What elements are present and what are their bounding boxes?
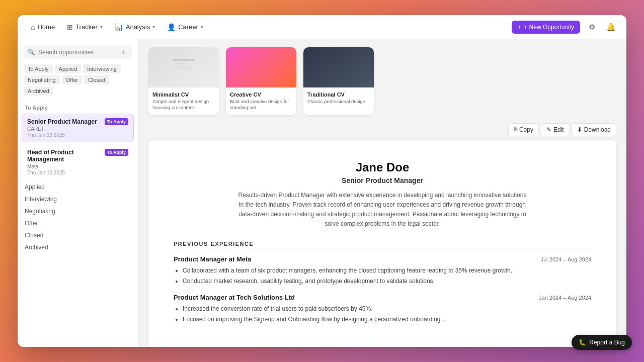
main-layout: 🔍 + To Apply Applied Interviewing Negoti… xyxy=(18,39,626,347)
nav-career-label: Career xyxy=(178,23,198,31)
tracker-icon: ⊞ xyxy=(67,23,73,31)
nav-home[interactable]: ⌂ Home xyxy=(26,21,60,34)
status-badge-senior-pm: To Apply xyxy=(105,118,129,125)
cv-card-body-creative: Creative CV Bold and creative design for… xyxy=(226,87,296,115)
nav-career[interactable]: 👤 Career ▾ xyxy=(162,21,208,34)
cv-card-minimalist[interactable]: Minimalist CV Simple and elegant design … xyxy=(148,47,219,115)
cv-selector: Minimalist CV Simple and elegant design … xyxy=(138,39,626,123)
exp-bullets-meta: Collaborated with a team of six product … xyxy=(174,266,591,286)
nav-analysis-label: Analysis xyxy=(126,23,150,31)
status-badge-head-pm: To Apply xyxy=(105,149,129,156)
cv-thumbnail-minimalist xyxy=(148,47,219,87)
exp-header-techsolutions: Product Manager at Tech Solutions Ltd Ja… xyxy=(174,294,591,301)
home-icon: ⌂ xyxy=(31,23,35,31)
job-date-head-pm: Thu Jan 16 2025 xyxy=(27,170,128,175)
job-title-head-pm: Head of Product Management xyxy=(27,149,102,163)
experience-item-techsolutions: Product Manager at Tech Solutions Ltd Ja… xyxy=(174,294,591,324)
main-content: Minimalist CV Simple and elegant design … xyxy=(138,39,626,347)
edit-icon: ✎ xyxy=(546,126,551,133)
top-nav: ⌂ Home ⊞ Tracker ▾ 📊 Analysis ▾ 👤 Career… xyxy=(18,15,626,39)
analysis-icon: 📊 xyxy=(115,23,123,31)
cv-card-title-minimalist: Minimalist CV xyxy=(152,92,215,98)
edit-label: Edit xyxy=(553,126,564,133)
exp-bullet: Conducted market research, usability tes… xyxy=(183,277,591,286)
new-opportunity-button[interactable]: + + New Opportunity xyxy=(512,21,580,34)
report-bug-button[interactable]: 🐛 Report a Bug xyxy=(572,335,632,350)
search-input[interactable] xyxy=(38,49,116,56)
cv-thumbnail-creative xyxy=(226,47,296,87)
svg-rect-5 xyxy=(173,73,190,74)
minimalist-preview-icon xyxy=(169,55,199,80)
resume-toolbar: ⎘ Copy ✎ Edit ⬇ Download xyxy=(148,123,616,140)
new-opportunity-label: + New Opportunity xyxy=(524,24,574,31)
filter-interviewing[interactable]: Interviewing xyxy=(83,64,121,73)
filter-offer[interactable]: Offer xyxy=(62,75,82,84)
job-company-head-pm: Meta xyxy=(27,164,128,169)
exp-header-meta: Product Manager at Meta Jul 2024 – Aug 2… xyxy=(174,255,591,263)
svg-rect-4 xyxy=(173,71,195,72)
svg-rect-2 xyxy=(173,66,195,67)
report-bug-label: Report a Bug xyxy=(589,339,625,346)
sidebar-link-offer[interactable]: Offer xyxy=(18,217,138,229)
job-company-senior-pm: CARET xyxy=(27,126,128,132)
sidebar-link-interviewing[interactable]: Interviewing xyxy=(18,193,138,205)
edit-button[interactable]: ✎ Edit xyxy=(541,123,570,136)
settings-icon: ⚙ xyxy=(589,23,595,32)
nav-home-label: Home xyxy=(37,23,55,31)
copy-button[interactable]: ⎘ Copy xyxy=(508,123,539,136)
exp-title-techsolutions: Product Manager at Tech Solutions Ltd xyxy=(174,294,295,301)
cv-card-creative[interactable]: Creative CV Bold and creative design for… xyxy=(226,47,296,115)
copy-icon: ⎘ xyxy=(514,126,517,133)
sidebar-link-applied[interactable]: Applied xyxy=(18,181,138,193)
exp-bullet: Increased the conversion rate of trial u… xyxy=(183,304,591,313)
resume-name: Jane Doe xyxy=(174,160,591,174)
nav-tracker-label: Tracker xyxy=(75,23,98,31)
download-label: Download xyxy=(584,126,611,133)
add-opportunity-button[interactable]: + xyxy=(119,48,128,57)
resume-paper: Jane Doe Senior Product Manager Results-… xyxy=(148,140,616,347)
settings-button[interactable]: ⚙ xyxy=(584,20,599,35)
resume-summary: Results-driven Product Manager with exte… xyxy=(236,191,528,229)
filter-applied[interactable]: Applied xyxy=(55,64,82,73)
cv-card-traditional[interactable]: Traditional CV Classic professional desi… xyxy=(303,47,374,115)
download-icon: ⬇ xyxy=(577,126,582,133)
sidebar-link-negotiating[interactable]: Negotiating xyxy=(18,205,138,217)
svg-rect-3 xyxy=(173,68,192,69)
job-card-senior-pm[interactable]: Senior Product Manager To Apply CARET Th… xyxy=(22,114,134,142)
cv-card-body-minimalist: Minimalist CV Simple and elegant design … xyxy=(148,87,219,115)
sidebar-link-closed[interactable]: Closed xyxy=(18,229,138,241)
section-to-apply-label: To Apply xyxy=(18,101,138,113)
filter-tags: To Apply Applied Interviewing Negotiatin… xyxy=(18,64,138,101)
sidebar-link-archived[interactable]: Archived xyxy=(18,241,138,253)
cv-card-desc-traditional: Classic professional design xyxy=(307,99,370,105)
exp-bullet: Focused on improving the Sign-up and Onb… xyxy=(183,315,591,324)
cv-thumbnail-traditional xyxy=(303,47,374,87)
resume-area: ⎘ Copy ✎ Edit ⬇ Download Jane Doe Senior… xyxy=(138,123,626,347)
career-chevron-icon: ▾ xyxy=(201,24,203,30)
exp-date-techsolutions: Jan 2024 – Aug 2024 xyxy=(539,295,591,301)
exp-bullets-techsolutions: Increased the conversion rate of trial u… xyxy=(174,304,591,324)
filter-to-apply[interactable]: To Apply xyxy=(24,64,53,73)
analysis-chevron-icon: ▾ xyxy=(152,24,155,30)
filter-negotiating[interactable]: Negotiating xyxy=(24,75,60,84)
cv-card-desc-minimalist: Simple and elegant design focusing on co… xyxy=(152,99,215,111)
nav-tracker[interactable]: ⊞ Tracker ▾ xyxy=(62,21,108,34)
exp-title-meta: Product Manager at Meta xyxy=(174,255,252,263)
nav-right: + + New Opportunity ⚙ 🔔 xyxy=(512,20,618,35)
job-title-senior-pm: Senior Product Manager xyxy=(27,118,102,125)
experience-item-meta: Product Manager at Meta Jul 2024 – Aug 2… xyxy=(174,255,591,286)
notifications-button[interactable]: 🔔 xyxy=(603,20,618,35)
filter-archived[interactable]: Archived xyxy=(24,86,53,96)
exp-date-meta: Jul 2024 – Aug 2024 xyxy=(541,256,591,262)
cv-card-body-traditional: Traditional CV Classic professional desi… xyxy=(303,87,374,109)
filter-closed[interactable]: Closed xyxy=(84,75,109,84)
career-icon: 👤 xyxy=(167,23,176,31)
job-card-header: Senior Product Manager To Apply xyxy=(27,118,128,125)
plus-icon: + xyxy=(518,24,521,31)
bug-icon: 🐛 xyxy=(579,339,586,346)
download-button[interactable]: ⬇ Download xyxy=(572,123,616,136)
cv-card-title-traditional: Traditional CV xyxy=(307,92,370,98)
job-card-head-pm[interactable]: Head of Product Management To Apply Meta… xyxy=(22,144,134,180)
svg-rect-0 xyxy=(173,59,195,61)
nav-analysis[interactable]: 📊 Analysis ▾ xyxy=(110,21,160,34)
